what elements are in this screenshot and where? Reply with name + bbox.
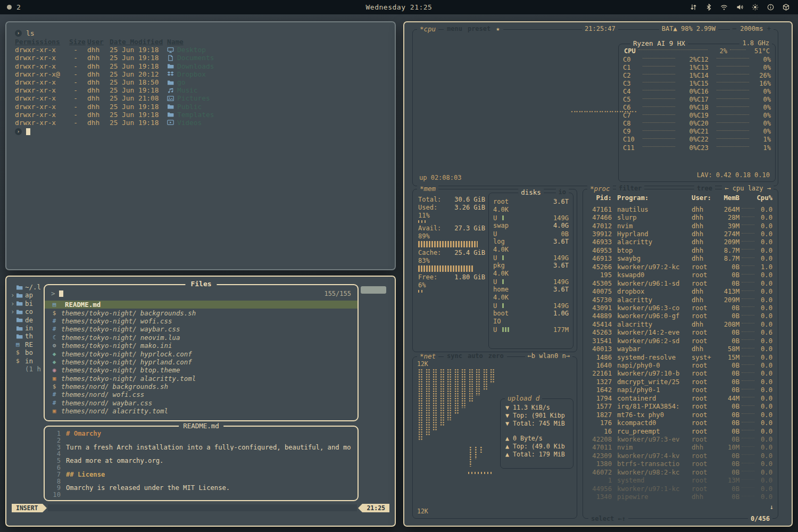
process-row[interactable]: 46933 alacritty dhh 209M 0.0: [588, 238, 772, 246]
process-row[interactable]: 47012 nvim dhh 39M 0.0: [588, 222, 772, 230]
process-row[interactable]: 47466 slurp dhh 28M 0.0: [588, 213, 772, 221]
picker-item[interactable]: ◆ themes/tokyo-night/hyprlock.conf: [45, 350, 358, 358]
picker-item[interactable]: # themes/tokyo-night/waybar.css: [45, 325, 358, 333]
tree-item[interactable]: $ in: [11, 357, 48, 365]
picker-item[interactable]: ☾ themes/tokyo-night/neovim.lua: [45, 334, 358, 342]
process-row[interactable]: 43091 kworker/u96:3-co root 0B 0.0: [588, 304, 772, 312]
process-row[interactable]: 22161 kworker/u97:10-b root 0B 0.0: [588, 370, 772, 378]
tree-item[interactable]: ~/.l: [11, 283, 48, 291]
process-row[interactable]: 1640 napi/phy0-0 root 0B 0.0: [588, 361, 772, 369]
upload-total: ▲ Total: 179 MiB: [505, 451, 568, 459]
header-mem[interactable]: MemB: [716, 194, 739, 202]
mem-box-label: *mem: [417, 185, 438, 193]
process-row[interactable]: 45263 kworker/14:2-eve root 0B 0.6: [588, 329, 772, 337]
picker-item[interactable]: # themes/nord/wofi.css: [45, 390, 358, 398]
process-row[interactable]: 45305 kworker/u96:1-sd root 0B 0.0: [588, 279, 772, 287]
process-row[interactable]: 16 rcu_preempt root 0B 0.0: [588, 427, 772, 435]
process-row[interactable]: 47161 nautilus dhh 264M 0.0: [588, 205, 772, 213]
interface-switcher[interactable]: ←b wlan0 n→: [525, 352, 572, 360]
tree-item[interactable]: › co: [11, 307, 48, 315]
process-row[interactable]: 1 systemd root 13M 0.0: [588, 476, 772, 484]
process-row[interactable]: 42309 kworker/u97:4-kv root 0B 0.0: [588, 452, 772, 460]
menu-button[interactable]: menu: [447, 25, 462, 32]
tree-item[interactable]: in: [11, 324, 48, 332]
header-user[interactable]: User:: [692, 194, 716, 202]
brightness-icon[interactable]: [751, 4, 759, 11]
bluetooth-icon[interactable]: [705, 4, 712, 11]
header-pid[interactable]: Pid:: [588, 194, 612, 202]
zero-button[interactable]: zero: [488, 352, 504, 360]
process-row[interactable]: 195 kswapd0 root 0B 0.0: [588, 271, 772, 279]
info-icon[interactable]: [767, 4, 774, 11]
sync-button[interactable]: sync: [447, 352, 462, 360]
tree-item[interactable]: › bi: [11, 300, 48, 307]
core-row: C22 1%: [697, 136, 771, 144]
file-row: drwxr-xr-x - dhh 25 Jun 19:18 Music: [15, 86, 386, 94]
process-row[interactable]: 46953 btop dhh 8.7M 0.0: [588, 246, 772, 254]
process-row[interactable]: 46913 swaybg dhh 8.7M 0.0: [588, 255, 772, 263]
process-row[interactable]: 47011 nvim dhh 10M 0.0: [588, 444, 772, 452]
interval-minus-button[interactable]: —: [733, 25, 736, 32]
preset-button[interactable]: preset: [468, 25, 491, 32]
header-cpu[interactable]: Cpu%: [739, 194, 772, 202]
tree-item[interactable]: de: [11, 316, 48, 324]
wifi-icon[interactable]: [720, 4, 728, 11]
filter-button[interactable]: filter: [616, 185, 644, 192]
picker-item[interactable]: ◉ themes/tokyo-night/btop.theme: [45, 366, 358, 374]
process-row[interactable]: 44956 kworker/u97:1-kc root 0B 0.0: [588, 485, 772, 493]
picker-item[interactable]: $ themes/nord/backgrounds.sh: [45, 383, 358, 390]
prompt-line[interactable]: › ls: [15, 29, 386, 37]
picker-scrollbar-chip[interactable]: [361, 286, 386, 294]
process-row[interactable]: 39912 Hyprland dhh 274M 0.0: [588, 230, 772, 238]
picker-item[interactable]: # themes/nord/waybar.css: [45, 399, 358, 407]
process-row[interactable]: 1327 dmcrypt_write/25 root 0B 0.0: [588, 378, 772, 386]
cpu-mini-graph: [742, 430, 754, 430]
picker-item[interactable]: $ themes/tokyo-night/backgrounds.sh: [45, 309, 358, 317]
process-row[interactable]: 42208 kworker/u97:3-ev root 0B 0.0: [588, 435, 772, 443]
interval-plus-button[interactable]: +: [767, 25, 771, 32]
picker-item[interactable]: ⚙ themes/tokyo-night/mako.ini: [45, 342, 358, 350]
picker-item[interactable]: ▣ themes/tokyo-night/alacritty.toml: [45, 375, 358, 383]
process-row[interactable]: 176 kcompactd0 root 0B 0.0: [588, 419, 772, 427]
process-row[interactable]: 44889 kworker/u96:0-gf root 0B 0.0: [588, 312, 772, 320]
tree-item[interactable]: (1 h: [11, 365, 48, 373]
process-row[interactable]: 1827 mt76-tx phy0 root 0B 0.0: [588, 411, 772, 419]
file-row: drwxr-xr-x@ - dhh 25 Jun 20:12 Dropbox: [15, 70, 386, 78]
packages-icon[interactable]: [782, 4, 789, 11]
process-row[interactable]: 45414 alacritty dhh 208M 0.0: [588, 320, 772, 328]
cpu-mini-graph: [742, 265, 754, 266]
process-row[interactable]: 1380 btrfs-transactio root 0B 0.0: [588, 460, 772, 468]
tree-item[interactable]: › ap: [11, 291, 48, 299]
picker-item[interactable]: ▣ themes/nord/alacritty.toml: [45, 407, 358, 415]
process-row[interactable]: 1642 napi/phy0-1 root 0B 0.0: [588, 386, 772, 394]
tree-item[interactable]: ▤ RE: [11, 340, 48, 348]
sort-selector[interactable]: ← cpu lazy →: [722, 185, 774, 192]
arrows-vertical-icon[interactable]: [689, 4, 697, 11]
select-hint: select ←↑: [588, 515, 628, 522]
scroll-down-icon[interactable]: ↓: [770, 503, 774, 511]
tree-toggle-button[interactable]: tree: [694, 185, 715, 192]
core-row: C23 1%: [697, 144, 771, 152]
process-row[interactable]: 45730 alacritty dhh 209M 0.0: [588, 296, 772, 304]
tree-item[interactable]: $ bo: [11, 348, 48, 356]
process-row[interactable]: 45266 kworker/u97:2-kc root 0B 1.0: [588, 263, 772, 271]
process-row[interactable]: 1486 systemd-resolve syst+ 15M 0.0: [588, 353, 772, 361]
volume-icon[interactable]: [736, 4, 743, 11]
tree-item[interactable]: th: [11, 332, 48, 340]
process-row[interactable]: 1340 pipewire dhh 0B 0.0: [588, 493, 772, 501]
workspace-indicator[interactable]: 2: [0, 3, 21, 11]
process-row[interactable]: 46072 kworker/u98:2-kc root 0B 0.0: [588, 468, 772, 476]
picker-item[interactable]: ▤ README.md: [45, 301, 358, 309]
process-row[interactable]: 1794 containerd root 44M 0.0: [588, 394, 772, 402]
process-row[interactable]: 1577 irq/81-PIXA3854: root 0B 0.0: [588, 403, 772, 411]
upload-graph-col: [475, 446, 477, 459]
picker-item[interactable]: ◆ themes/tokyo-night/hyprland.conf: [45, 358, 358, 366]
io-mode-button[interactable]: io: [556, 188, 569, 196]
header-program[interactable]: Program:: [612, 194, 692, 202]
process-row[interactable]: 31541 kworker/u96:2-sd root 0B 0.0: [588, 337, 772, 345]
picker-item[interactable]: # themes/tokyo-night/wofi.css: [45, 317, 358, 325]
prompt-line-active[interactable]: ›: [15, 127, 386, 136]
process-row[interactable]: 40075 dropbox dhh 413M 0.0: [588, 287, 772, 295]
process-row[interactable]: 40013 waybar dhh 58M 0.0: [588, 345, 772, 353]
auto-button[interactable]: auto: [468, 352, 483, 360]
